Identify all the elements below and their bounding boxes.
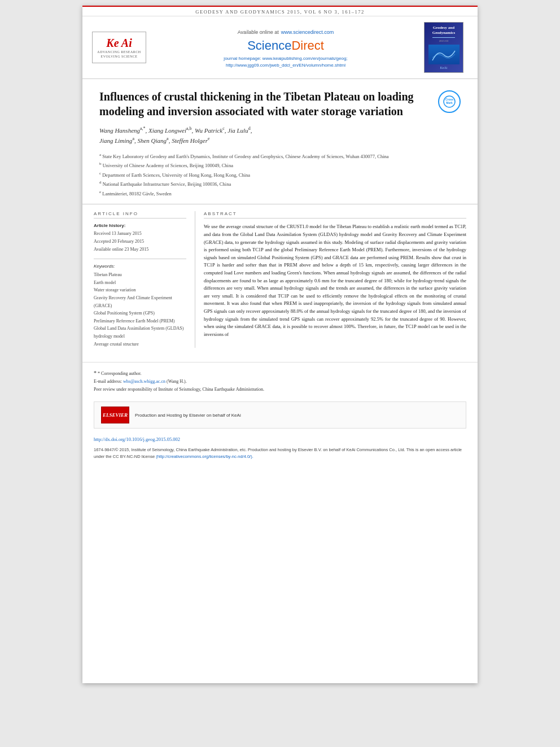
article-title-section: Cross Mark Influences of crustal thicken… [82, 79, 478, 204]
footer-section: * * Corresponding author. E-mail address… [82, 362, 478, 434]
copyright-text: 1674-9847/© 2015, Institute of Seismolog… [94, 447, 462, 459]
article-main-title: Influences of crustal thickening in the … [99, 89, 461, 119]
affil-c: c Department of Earth Sciences, Universi… [99, 171, 461, 179]
elsevier-logo: ELSEVIER [101, 407, 129, 423]
journal-cover: Geodesy and Geodynamics 2015-03 KeAi [424, 22, 469, 73]
article-info-column: ARTICLE INFO Article history: Received 1… [94, 211, 195, 348]
crossmark-badge: Cross Mark [438, 90, 461, 113]
abstract-title: ABSTRACT [204, 211, 466, 219]
sciencedirect-brand[interactable]: ScienceDirect [247, 38, 324, 53]
logo-subtitle-advancing: ADVANCING RESEARCH [97, 50, 141, 55]
author-wu: Wu Patrick [195, 127, 222, 134]
science-part: Science [247, 38, 291, 53]
keywords-list: Tibetan Plateau Earth model Water storag… [94, 271, 186, 348]
keyword-7: Global Land Data Assimilation System (GL… [94, 325, 186, 340]
author-xiang: Xiang Longwei [148, 127, 186, 134]
keyword-6: Preliminary Reference Earth Model (PREM) [94, 317, 186, 325]
email-suffix: (Wang H.). [167, 379, 187, 384]
logo-area: Ke Ai ADVANCING RESEARCH EVOLVING SCIENC… [91, 22, 147, 73]
journal-title-bar: GEODESY AND GEODYNAMICS 2015, VOL 6 NO 3… [195, 9, 364, 15]
cover-title: Geodesy and Geodynamics [427, 25, 460, 36]
article-info-title: ARTICLE INFO [94, 211, 186, 219]
svg-text:Mark: Mark [446, 101, 453, 104]
cc-link[interactable]: (http://creativecommons.org/licenses/by-… [156, 454, 253, 459]
history-label: Article history: [94, 223, 186, 228]
top-section: Ke Ai ADVANCING RESEARCH EVOLVING SCIENC… [82, 16, 478, 79]
journal-url1[interactable]: www.keaipublishing.com/en/journals/geog; [262, 56, 348, 61]
keyword-3: Water storage variation [94, 286, 186, 294]
author-shen: Shen Qiang [137, 137, 167, 144]
journal-homepage-label: journal homepage: [224, 56, 262, 61]
email-link[interactable]: whs@asch.whigg.ac.cn [123, 379, 165, 384]
two-column-section: ARTICLE INFO Article history: Received 1… [82, 211, 478, 348]
journal-header-bar: GEODESY AND GEODYNAMICS 2015, VOL 6 NO 3… [82, 6, 478, 16]
article-dates: Received 13 January 2015 Accepted 20 Feb… [94, 230, 186, 253]
elsevier-footer: ELSEVIER Production and Hosting by Elsev… [94, 401, 466, 429]
abstract-column: ABSTRACT We use the average crustal stru… [195, 211, 466, 348]
affil-d: d National Earthquake Infrastructure Ser… [99, 180, 461, 188]
abstract-body: We use the average crustal structure of … [204, 223, 466, 338]
crossmark[interactable]: Cross Mark [438, 90, 461, 113]
keyword-1: Tibetan Plateau [94, 271, 186, 279]
logo-subtitle-evolving: EVOLVING SCIENCE [97, 55, 141, 59]
keywords-label: Keywords: [94, 264, 186, 269]
accepted-date: Accepted 20 February 2015 [94, 238, 186, 246]
email-label: E-mail address: [94, 379, 122, 384]
affil-e: e Lantmäteriet, 80182 Gävle, Sweden [99, 189, 461, 198]
keyword-8: Average crustal structure [94, 340, 186, 348]
affil-b: b University of Chinese Academy of Scien… [99, 161, 461, 169]
author-steffen: Steffen Holger [172, 137, 208, 144]
corresponding-author-info: * * Corresponding author. E-mail address… [94, 368, 466, 393]
affil-a: a State Key Laboratory of Geodesy and Ea… [99, 152, 461, 160]
author-jia: Jia Lulu [228, 127, 248, 134]
peer-review-text: Peer review under responsibility of Inst… [94, 387, 264, 392]
cover-box: Geodesy and Geodynamics 2015-03 KeAi [424, 22, 463, 73]
cover-subtitle: KeAi [440, 66, 448, 69]
authors-line: Wang Hanshenga,*, Xiang Longweia,b, Wu P… [99, 125, 461, 146]
direct-part: Direct [291, 38, 323, 53]
ke-ai-logo: Ke Ai ADVANCING RESEARCH EVOLVING SCIENC… [92, 32, 146, 63]
page: GEODESY AND GEODYNAMICS 2015, VOL 6 NO 3… [82, 6, 478, 683]
received-date: Received 13 January 2015 [94, 230, 186, 238]
copyright-line: 1674-9847/© 2015, Institute of Seismolog… [82, 444, 478, 466]
available-online-text: Available online at www.sciencedirect.co… [238, 26, 334, 36]
doi-link[interactable]: http://dx.doi.org/10.1016/j.geog.2015.05… [82, 434, 478, 444]
elsevier-hosting-text: Production and Hosting by Elsevier on be… [135, 413, 241, 418]
affiliations: a State Key Laboratory of Geodesy and Ea… [99, 152, 461, 198]
journal-homepage-links: journal homepage: www.keaipublishing.com… [224, 55, 347, 69]
keyword-5: Global Positioning System (GPS) [94, 309, 186, 317]
author-wang: Wang Hansheng [99, 127, 140, 134]
keyword-2: Earth model [94, 279, 186, 287]
corresponding-label: * Corresponding author. [98, 371, 142, 376]
available-date: Available online 23 May 2015 [94, 246, 186, 254]
journal-url2[interactable]: http://www.jgg09.com/jweb_ddcl_en/EN/vol… [226, 63, 345, 68]
keyword-4: Gravity Recovery And Climate Experiment … [94, 294, 186, 309]
center-header: Available online at www.sciencedirect.co… [153, 22, 418, 73]
ke-ai-text: Ke Ai [97, 36, 141, 50]
elsevier-logo-text: ELSEVIER [103, 412, 128, 418]
author-jiang: Jiang Liming [99, 137, 132, 144]
